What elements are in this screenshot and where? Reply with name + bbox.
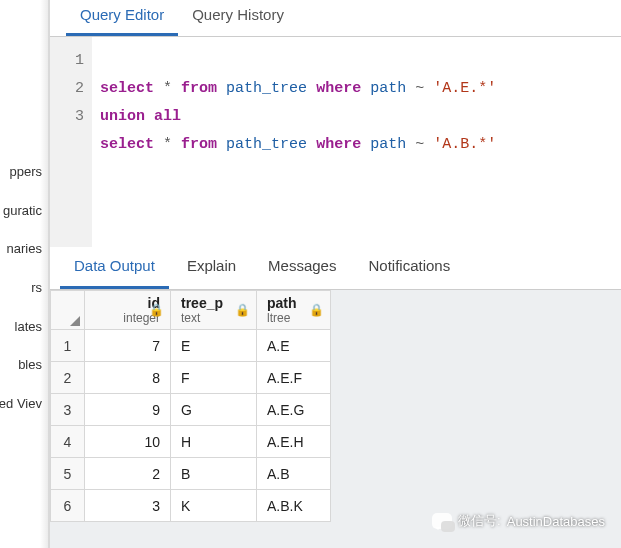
tab-explain[interactable]: Explain bbox=[173, 247, 250, 289]
table-row[interactable]: 63KA.B.K bbox=[51, 490, 331, 522]
sidebar-item[interactable]: guratic bbox=[0, 199, 48, 224]
code-area[interactable]: select * from path_tree where path ~ 'A.… bbox=[92, 37, 621, 247]
col-header-id[interactable]: id integer 🔒 bbox=[85, 291, 171, 330]
tab-query-history[interactable]: Query History bbox=[178, 0, 298, 36]
tab-notifications[interactable]: Notifications bbox=[354, 247, 464, 289]
select-all-icon[interactable] bbox=[70, 316, 80, 326]
sql-editor[interactable]: 1 2 3 select * from path_tree where path… bbox=[50, 37, 621, 247]
rownum-header[interactable] bbox=[51, 291, 85, 330]
result-table: id integer 🔒 tree_p text 🔒 path ltree bbox=[50, 290, 331, 522]
table-row[interactable]: 17EA.E bbox=[51, 330, 331, 362]
tab-query-editor[interactable]: Query Editor bbox=[66, 0, 178, 36]
lock-icon: 🔒 bbox=[309, 303, 324, 317]
lock-icon: 🔒 bbox=[235, 303, 250, 317]
sidebar-item[interactable]: naries bbox=[0, 237, 48, 262]
line-gutter: 1 2 3 bbox=[50, 37, 92, 247]
watermark: 微信号: AustinDatabases bbox=[432, 512, 605, 530]
result-grid[interactable]: id integer 🔒 tree_p text 🔒 path ltree bbox=[50, 290, 621, 548]
wechat-icon bbox=[432, 513, 452, 529]
sidebar-item[interactable]: lates bbox=[0, 315, 48, 340]
lock-icon: 🔒 bbox=[149, 303, 164, 317]
table-row[interactable]: 52BA.B bbox=[51, 458, 331, 490]
result-tabs: Data Output Explain Messages Notificatio… bbox=[50, 247, 621, 290]
table-row[interactable]: 28FA.E.F bbox=[51, 362, 331, 394]
object-browser-sidebar: ppers guratic naries rs lates bles ed Vi… bbox=[0, 0, 50, 548]
col-header-path[interactable]: path ltree 🔒 bbox=[257, 291, 331, 330]
sidebar-item[interactable]: ed Viev bbox=[0, 392, 48, 417]
sidebar-item[interactable]: rs bbox=[0, 276, 48, 301]
sidebar-item[interactable]: ppers bbox=[0, 160, 48, 185]
sidebar-item[interactable]: bles bbox=[0, 353, 48, 378]
table-row[interactable]: 410HA.E.H bbox=[51, 426, 331, 458]
col-header-tree[interactable]: tree_p text 🔒 bbox=[171, 291, 257, 330]
tab-messages[interactable]: Messages bbox=[254, 247, 350, 289]
table-row[interactable]: 39GA.E.G bbox=[51, 394, 331, 426]
tab-data-output[interactable]: Data Output bbox=[60, 247, 169, 289]
table-body: 17EA.E 28FA.E.F 39GA.E.G 410HA.E.H 52BA.… bbox=[51, 330, 331, 522]
editor-tabs: Query Editor Query History bbox=[50, 0, 621, 37]
